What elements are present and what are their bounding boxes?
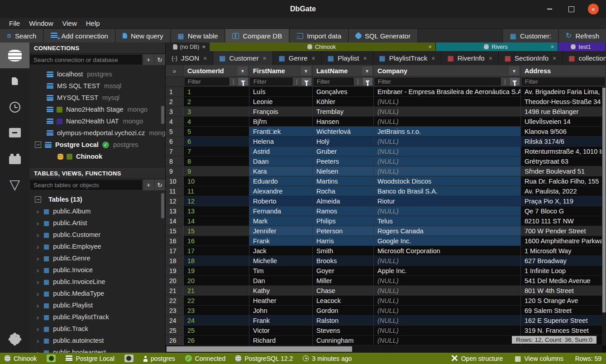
row-number[interactable]: 6 — [166, 137, 184, 147]
cell[interactable]: 21 — [184, 286, 249, 296]
connection-item-localhost[interactable]: localhostpostgres — [29, 68, 165, 80]
tab-sectioninfo[interactable]: ▦SectionInfo× — [499, 51, 563, 65]
table-item-public-artist[interactable]: ›▦public.Artist — [29, 217, 165, 229]
cell[interactable]: Rua Dr. Falcăo Filho, 155 — [521, 176, 606, 186]
sidebar-item-archive[interactable] — [0, 120, 29, 146]
cell[interactable]: 13 — [184, 206, 249, 216]
cell[interactable]: 16 — [184, 236, 249, 246]
cell[interactable]: Michelle — [249, 256, 313, 266]
toolbar-customer[interactable]: ▦Customer: — [502, 29, 558, 43]
status-view-columns[interactable]: ▦View columns — [515, 355, 563, 362]
group-tab-chinook[interactable]: Chinook× — [210, 43, 436, 51]
tab-collection[interactable]: ▦collection× — [563, 51, 606, 65]
tables-root[interactable]: −Tables (13) — [29, 194, 165, 205]
cell[interactable]: Miller — [313, 276, 374, 286]
cell[interactable]: (NULL) — [374, 306, 521, 316]
cell[interactable]: Av. Brigadeiro Faria Lima, 2170 — [521, 87, 606, 97]
cell[interactable]: 26 — [184, 336, 249, 345]
cell[interactable]: Nielsen — [313, 166, 374, 176]
toolbar-new-table[interactable]: ▦New table — [171, 29, 226, 43]
cell[interactable]: Dan — [249, 276, 313, 286]
row-number[interactable]: 14 — [166, 216, 184, 226]
column-menu-chevron[interactable]: ▾ — [362, 66, 372, 75]
cell[interactable]: Eduardo — [249, 176, 313, 186]
column-header-customerid[interactable]: CustomerId▾ — [184, 65, 249, 77]
cell[interactable]: Tim — [249, 266, 313, 276]
cell[interactable]: Alexandre — [249, 186, 313, 196]
cell[interactable]: 8210 111 ST NW — [521, 216, 606, 226]
expand-columns-button[interactable]: » — [166, 65, 184, 77]
cell[interactable]: Richard — [249, 336, 313, 345]
column-menu-chevron[interactable]: ▾ — [509, 66, 519, 75]
connection-item-mysql-test[interactable]: MYSQL TESTmysql — [29, 92, 165, 104]
cell[interactable]: 1 Infinite Loop — [521, 266, 606, 276]
cell[interactable]: Kara — [249, 166, 313, 176]
status-swatch[interactable] — [47, 355, 56, 362]
close-tab-icon[interactable]: × — [262, 55, 266, 62]
row-number[interactable]: 12 — [166, 196, 184, 206]
cell[interactable]: (NULL) — [374, 296, 521, 306]
cell[interactable]: (NULL) — [374, 97, 521, 107]
cell[interactable]: Jennifer — [249, 226, 313, 236]
cell[interactable]: Banco do Brasil S.A. — [374, 186, 521, 196]
cell[interactable]: Leonie — [249, 97, 313, 107]
row-number[interactable]: 21 — [166, 286, 184, 296]
menu-help[interactable]: Help — [81, 19, 105, 27]
connection-item-ms-sql-test[interactable]: MS SQL TESTmssql — [29, 80, 165, 92]
cell[interactable]: Stevens — [313, 326, 374, 336]
group-tab-no-db[interactable]: (no DB)× — [166, 43, 210, 51]
column-menu-chevron[interactable]: ▾ — [238, 66, 248, 75]
add-connection-button[interactable]: + — [143, 54, 154, 65]
cell[interactable]: Cunningham — [313, 336, 374, 345]
column-header-lastname[interactable]: LastName▾ — [313, 65, 374, 77]
sidebar-item-single-connection[interactable]: ▽ — [0, 171, 29, 197]
row-number[interactable]: 2 — [166, 97, 184, 107]
refresh-connections-button[interactable]: ↻ — [154, 54, 165, 65]
cell[interactable]: 12 — [184, 196, 249, 206]
cell[interactable]: Riotur — [374, 196, 521, 206]
column-header-company[interactable]: Company▾ — [374, 65, 521, 77]
cell[interactable]: Google Inc. — [374, 236, 521, 246]
connection-item-nano2health-uat[interactable]: Nano2Health UATmongo — [29, 115, 165, 127]
row-number[interactable]: 8 — [166, 156, 184, 166]
cell[interactable]: 3 — [184, 107, 249, 117]
status-rows-59[interactable]: Rows: 59 — [575, 355, 601, 362]
cell[interactable]: 19 — [184, 266, 249, 276]
cell[interactable]: François — [249, 107, 313, 117]
connection-item-olympus-medportal-vychozi-cz[interactable]: olympus-medportal.vychozi.czmongo — [29, 127, 165, 139]
cell[interactable]: Hansen — [313, 117, 374, 127]
cell[interactable]: 801 W 4th Street — [521, 286, 606, 296]
cell[interactable]: 69 Salem Street — [521, 306, 606, 316]
row-number[interactable]: 18 — [166, 256, 184, 266]
cell[interactable]: Heather — [249, 296, 313, 306]
cell[interactable]: 25 — [184, 326, 249, 336]
status-open-structure[interactable]: Open structure — [451, 355, 503, 362]
cell[interactable]: Daan — [249, 156, 313, 166]
cell[interactable]: 20 — [184, 276, 249, 286]
toolbar-import-data[interactable]: Import data — [290, 29, 349, 43]
cell[interactable]: Smith — [313, 246, 374, 256]
cell[interactable]: Mark — [249, 216, 313, 226]
collapse-icon[interactable]: − — [35, 196, 41, 203]
cell[interactable]: (NULL) — [374, 137, 521, 147]
cell[interactable]: 15 — [184, 226, 249, 236]
cell[interactable]: Köhler — [313, 97, 374, 107]
cell[interactable]: Almeida — [313, 196, 374, 206]
cell[interactable]: Franti□ek — [249, 127, 313, 137]
cell[interactable]: Astrid — [249, 147, 313, 156]
cell[interactable]: 1498 rue Bélanger — [521, 107, 606, 117]
close-tab-icon[interactable]: × — [428, 43, 432, 50]
tables-search-input[interactable] — [29, 180, 143, 190]
close-tab-icon[interactable]: × — [489, 55, 492, 62]
cell[interactable]: Praça Pio X, 119 — [521, 196, 606, 206]
cell[interactable]: Rocha — [313, 186, 374, 196]
cell[interactable]: Tremblay — [313, 107, 374, 117]
cell[interactable]: Microsoft Corporation — [374, 246, 521, 256]
cell[interactable]: Harris — [313, 236, 374, 246]
row-number[interactable]: 22 — [166, 296, 184, 306]
row-number[interactable]: 9 — [166, 166, 184, 176]
cell[interactable]: (NULL) — [374, 117, 521, 127]
cell[interactable]: Gonçalves — [313, 87, 374, 97]
status-postgre-local[interactable]: Postgre Local — [66, 355, 115, 362]
tables-scrollbar[interactable] — [161, 193, 164, 218]
